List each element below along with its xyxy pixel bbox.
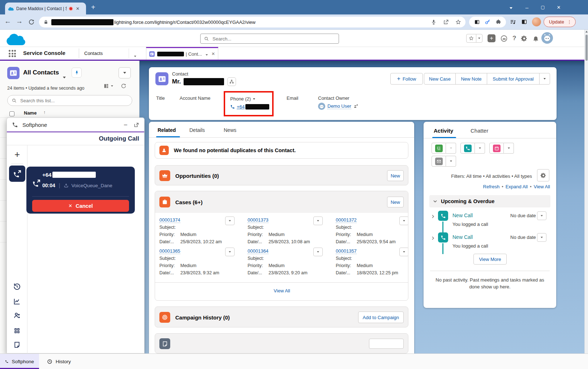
browser-menu-kebab-icon[interactable]: ⋮ (567, 19, 572, 25)
case-row-actions[interactable] (313, 248, 323, 256)
case-number-link[interactable]: 00001364 (248, 248, 269, 254)
activity-filters[interactable]: Filters: All time • All activities • All… (424, 173, 532, 179)
active-call-tab[interactable] (9, 166, 25, 182)
workspace-tab-caret[interactable] (206, 51, 208, 57)
tab-news[interactable]: News (224, 127, 236, 133)
global-actions-button[interactable]: + (488, 34, 495, 42)
tab-details[interactable]: Details (189, 127, 205, 133)
email-caret[interactable] (446, 156, 456, 167)
case-number-link[interactable]: 00001372 (336, 217, 357, 223)
notifications-bell-icon[interactable] (532, 35, 539, 42)
back-button[interactable]: ← (4, 17, 11, 25)
view-more-button[interactable]: View More (473, 254, 507, 265)
name-column-header[interactable]: Name (24, 110, 37, 116)
opportunities-new-button[interactable]: New (387, 170, 404, 181)
activity-filter-gear-button[interactable] (537, 169, 549, 181)
workspace-tab[interactable]: | Cont... ✕ (146, 47, 218, 60)
case-number-link[interactable]: 00001373 (248, 217, 269, 223)
extension-icon[interactable] (474, 19, 480, 25)
case-row-actions[interactable] (313, 216, 323, 225)
timeline-title-link[interactable]: New Call (452, 234, 473, 240)
side-panel-icon[interactable] (521, 19, 527, 25)
cases-view-all-link[interactable]: View All (155, 288, 408, 293)
mic-icon[interactable] (431, 19, 437, 25)
global-search[interactable] (200, 34, 339, 44)
case-number-link[interactable]: 00001357 (336, 248, 357, 254)
list-search-input[interactable] (20, 98, 128, 104)
tab-close-icon[interactable]: ✕ (76, 6, 80, 11)
app-launcher-waffle-icon[interactable] (9, 50, 16, 57)
expand-all-link[interactable]: Expand All (506, 184, 528, 189)
url-field[interactable]: lightning.force.com/lightning/r/Contact/… (39, 17, 465, 27)
utility-history[interactable]: History (42, 354, 76, 369)
reload-button[interactable] (28, 19, 35, 25)
browser-update-button[interactable]: Update ⋮ (544, 17, 576, 27)
call-caret[interactable] (475, 143, 485, 154)
case-row-actions[interactable] (399, 248, 408, 256)
softphone-minimize-button[interactable]: – (124, 121, 127, 128)
notes-icon[interactable] (13, 341, 21, 348)
media-controls-icon[interactable] (510, 19, 516, 25)
window-maximize-button[interactable]: ▢ (535, 5, 551, 10)
call-history-icon[interactable] (13, 283, 21, 291)
guidance-center-icon[interactable] (500, 35, 508, 42)
owner-link[interactable]: Demo User (327, 103, 351, 109)
new-task-button[interactable] (432, 143, 446, 154)
case-number-link[interactable]: 00001365 (159, 248, 180, 254)
task-caret[interactable] (446, 143, 456, 154)
hierarchy-button[interactable] (227, 77, 236, 86)
tab-activity[interactable]: Activity (434, 128, 453, 134)
submit-approval-button[interactable]: Submit for Approval (487, 73, 540, 85)
favorites-button[interactable] (466, 34, 482, 43)
case-row-actions[interactable] (399, 216, 408, 225)
help-icon[interactable]: ? (512, 35, 516, 42)
upcoming-overdue-header[interactable]: Upcoming & Overdue (429, 195, 550, 207)
tab-chatter[interactable]: Chatter (471, 128, 488, 134)
log-call-button[interactable] (460, 143, 475, 154)
list-title-caret[interactable] (63, 73, 66, 80)
window-minimize-button[interactable]: – (519, 4, 535, 10)
opportunities-title[interactable]: Opportunities (0) (175, 173, 219, 179)
bookmark-star-icon[interactable] (455, 19, 461, 25)
browser-tab[interactable]: Dane Maddox | Contact | Sal ✕ (5, 3, 86, 14)
setup-gear-icon[interactable] (521, 35, 528, 42)
timeline-actions-caret[interactable] (537, 233, 546, 242)
campaign-title[interactable]: Campaign History (0) (175, 314, 230, 321)
display-as-button[interactable] (103, 83, 113, 89)
email-button[interactable] (432, 156, 446, 167)
next-section-button-partial[interactable] (369, 339, 404, 349)
new-case-button[interactable]: New Case (424, 73, 456, 85)
case-row-actions[interactable] (225, 216, 235, 225)
list-refresh-icon[interactable] (121, 83, 126, 89)
more-actions-caret[interactable] (539, 73, 550, 85)
new-note-button[interactable]: New Note (455, 73, 487, 85)
event-caret[interactable] (504, 143, 514, 154)
scrollbar[interactable] (584, 30, 588, 353)
cases-title[interactable]: Cases (6+) (175, 199, 202, 205)
case-number-link[interactable]: 00001374 (159, 217, 180, 223)
cancel-call-button[interactable]: ✕ Cancel (32, 200, 129, 212)
user-avatar[interactable] (541, 32, 553, 44)
list-actions-button[interactable] (119, 67, 131, 78)
favorites-caret[interactable] (476, 34, 482, 42)
scrollbar-thumb[interactable] (585, 35, 588, 61)
timeline-title-link[interactable]: New Call (452, 213, 473, 218)
window-menu-icon[interactable] (503, 4, 519, 10)
workspace-tab-close-icon[interactable]: ✕ (211, 51, 215, 56)
tab-related[interactable]: Related (158, 127, 176, 133)
change-owner-icon[interactable] (353, 104, 358, 109)
case-row-actions[interactable] (225, 248, 235, 256)
timeline-actions-caret[interactable] (537, 211, 546, 220)
puzzle-extensions-icon[interactable] (495, 19, 501, 25)
view-all-link[interactable]: View All (534, 184, 550, 189)
add-to-campaign-button[interactable]: Add to Campaign (358, 312, 404, 323)
browser-profile-avatar[interactable] (532, 17, 541, 26)
softphone-add-button[interactable]: + (7, 149, 27, 160)
expand-chevron-icon[interactable] (431, 214, 435, 219)
forward-button[interactable]: → (16, 17, 23, 25)
list-search[interactable] (7, 95, 132, 106)
contacts-directory-icon[interactable] (13, 312, 21, 319)
window-close-button[interactable]: ✕ (551, 5, 567, 10)
softphone-popout-icon[interactable] (134, 122, 139, 128)
expand-chevron-icon[interactable] (431, 236, 435, 240)
